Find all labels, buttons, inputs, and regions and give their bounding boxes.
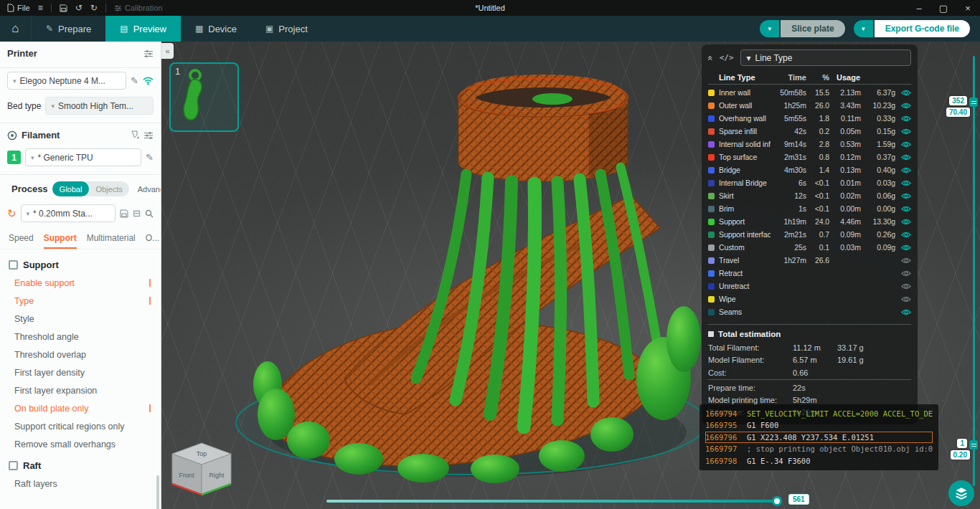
sidebar-scrollbar[interactable] [156,475,159,509]
process-global-option[interactable]: Global [52,181,90,196]
visibility-eye-icon[interactable] [897,128,911,135]
line-type-time: 25s [772,243,806,252]
close-button[interactable]: × [956,0,980,16]
line-type-label: Support interface [719,230,771,239]
bed-type-select[interactable]: ▾ Smooth High Tem... [45,97,154,115]
remove-preset-icon[interactable]: ⊟ [133,209,141,218]
line-type-row: Custom 25s 0.1 0.03m 0.09g [708,241,911,254]
visibility-eye-icon[interactable] [897,179,911,187]
redo-icon[interactable]: ↻ [90,4,98,12]
visibility-eye-icon[interactable] [897,153,911,161]
process-tab[interactable]: Support [44,233,77,249]
line-type-row: Retract [708,267,911,280]
menu-icon[interactable]: ≡ [38,4,43,12]
parameter-row[interactable]: Raft [0,457,161,475]
edit-filament-icon[interactable]: ✎ [146,153,154,162]
move-slider[interactable]: 561 [326,500,777,503]
nav-tab[interactable]: ▣ Project [251,16,322,42]
filament-settings-icon[interactable] [143,131,154,140]
modified-indicator [148,297,151,305]
nav-tab[interactable]: ▤ Preview [105,16,181,42]
visibility-eye-icon[interactable] [897,308,911,316]
panel-collapse-icon[interactable]: « [705,55,715,60]
parameter-row[interactable]: Enable support [0,274,161,292]
move-slider-handle[interactable] [772,496,782,506]
advanced-toggle[interactable]: Advanced [138,185,161,194]
calibration-menu[interactable]: Calibration [114,4,163,12]
filament-slot-badge[interactable]: 1 [7,151,21,164]
process-tab[interactable]: Speed [9,233,34,249]
home-button[interactable]: ⌂ [0,16,32,42]
cube-face-top[interactable]: Top [197,450,207,457]
layer-slider-top-handle[interactable] [969,97,978,107]
sidebar-collapse-button[interactable]: « [161,43,174,59]
cube-face-front[interactable]: Front [179,472,194,479]
minimize-button[interactable]: – [907,0,931,16]
visibility-eye-icon[interactable] [897,166,911,174]
cube-face-right[interactable]: Right [209,472,225,479]
parameter-row[interactable]: Type [0,292,161,310]
visibility-eye-icon[interactable] [897,244,911,252]
edit-printer-icon[interactable]: ✎ [131,76,138,85]
line-type-row: Wipe [708,292,911,305]
plate-thumbnail[interactable]: 1 [169,62,239,132]
process-tab[interactable]: Multimaterial [87,233,136,249]
total-label: Prepare time: [708,384,793,392]
parameter-row[interactable]: Support [0,256,161,274]
parameter-row[interactable]: First layer expansion [0,381,161,399]
process-preset-select[interactable]: ▾ * 0.20mm Sta... [21,204,116,222]
line-type-row: Internal Bridge 6s <0.1 0.01m 0.03g [708,176,911,189]
gcode-viewer-icon[interactable]: </> [720,53,734,62]
parameter-row[interactable]: Support critical regions only [0,417,161,435]
save-icon[interactable] [60,4,67,12]
file-menu[interactable]: File [7,4,30,12]
parameter-row[interactable]: Threshold angle [0,328,161,346]
visibility-eye-icon[interactable] [897,257,911,265]
parameter-row[interactable]: Style [0,310,161,328]
visibility-eye-icon[interactable] [897,218,911,226]
process-scope-toggle[interactable]: Global Objects [52,181,129,196]
parameter-row[interactable]: First layer density [0,363,161,381]
maximize-button[interactable]: ▢ [931,0,956,16]
printer-select[interactable]: ▾ Elegoo Neptune 4 M... [7,72,126,90]
export-dropdown-chevron[interactable]: ▾ [854,20,873,37]
export-gcode-button[interactable]: Export G-code file [875,20,970,37]
viewport-3d[interactable]: « 1 « </> ▾ Line Type Line Type Tim [161,42,980,509]
visibility-eye-icon[interactable] [897,102,911,110]
visibility-eye-icon[interactable] [897,141,911,148]
gcode-line: 1669796 G1 X223.408 Y237.534 E.01251 [705,432,933,443]
parameter-row[interactable]: Remove small overhangs [0,435,161,453]
visibility-eye-icon[interactable] [897,115,911,123]
parameter-row[interactable]: Threshold overlap [0,346,161,363]
parameter-row[interactable]: On build plate only [0,399,161,417]
parameter-row[interactable]: Raft layers [0,475,161,493]
process-tab[interactable]: O... [146,233,159,249]
nav-tab[interactable]: ✎ Prepare [32,16,105,42]
layer-slider-bottom-handle[interactable] [969,440,978,449]
layer-slider[interactable] [973,56,975,486]
reset-preset-icon[interactable]: ↻ [7,208,17,219]
undo-icon[interactable]: ↺ [75,4,83,12]
add-nozzle-icon[interactable] [130,130,139,140]
visibility-eye-icon[interactable] [897,231,911,239]
line-type-weight: 0.06g [862,191,895,200]
visibility-eye-icon[interactable] [897,89,911,97]
orientation-cube[interactable]: Top Front Right [171,442,232,505]
search-settings-icon[interactable] [145,209,154,218]
view-mode-select[interactable]: ▾ Line Type [740,49,911,66]
slice-plate-button[interactable]: Slice plate [781,20,844,37]
printer-settings-icon[interactable] [143,49,154,58]
filament-select[interactable]: ▾ * Generic TPU [25,148,141,166]
visibility-eye-icon[interactable] [897,295,911,303]
visibility-eye-icon[interactable] [897,282,911,290]
visibility-eye-icon[interactable] [897,192,911,200]
nav-tab-icon: ▤ [120,24,128,34]
process-objects-option[interactable]: Objects [89,185,128,194]
nav-tab-label: Prepare [58,24,91,34]
visibility-eye-icon[interactable] [897,270,911,277]
nav-tab[interactable]: ▦ Device [181,16,251,42]
slice-dropdown-chevron[interactable]: ▾ [760,20,779,37]
save-preset-icon[interactable] [120,209,128,218]
wifi-icon[interactable] [143,77,154,85]
visibility-eye-icon[interactable] [897,205,911,213]
